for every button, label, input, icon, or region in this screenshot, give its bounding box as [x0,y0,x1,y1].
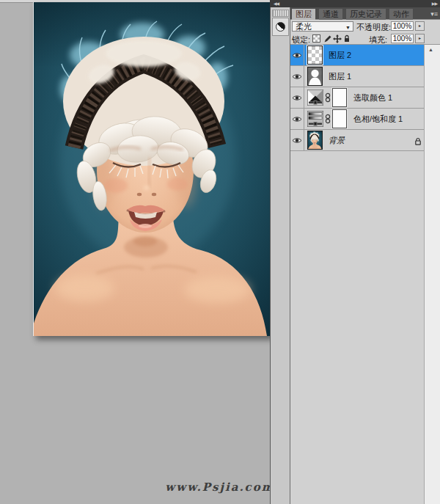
scroll-up-icon[interactable]: ▲ [428,47,433,52]
opacity-value: 100% [393,22,412,30]
layer-mask-thumbnail[interactable] [332,109,347,128]
layer-name[interactable]: 图层 1 [329,71,351,82]
spinner-arrow-icon: ▸ [419,23,421,28]
visibility-toggle[interactable] [290,87,304,108]
dropdown-arrow-icon: ▼ [345,23,351,32]
eye-icon [292,137,302,144]
photo-thumbnail [308,131,322,149]
layers-scrollbar[interactable]: ▲ [424,45,440,504]
mask-link-icon[interactable] [325,114,331,127]
adjustments-half-circle-icon [276,22,285,32]
visibility-toggle[interactable] [290,45,304,65]
eye-icon [292,73,302,80]
bust-silhouette [308,67,322,85]
opacity-field[interactable]: 100% [391,21,414,31]
layer-row-selective-color[interactable]: 选取颜色 1 [290,87,424,109]
fill-label: 填充: [369,34,387,45]
layer-thumbnail-silhouette[interactable] [307,67,323,86]
expand-dock-icon[interactable]: ◀◀ [274,0,279,7]
layers-panel: 图层 通道 历史记录 动作 ▾≡ 柔光 ▼ 不透明度: 100% ▸ 锁定: [290,7,440,504]
layer-row-layer2[interactable]: 图层 2 [290,45,424,66]
visibility-toggle[interactable] [290,130,304,150]
move-cross-icon [333,34,342,43]
layer-name[interactable]: 图层 2 [329,50,351,61]
document-canvas-area[interactable]: www.Psjia.com [0,0,270,504]
layer-name[interactable]: 背景 [329,135,345,146]
dock-gripper[interactable] [272,10,289,17]
tab-layers[interactable]: 图层 [292,9,315,20]
blend-mode-select[interactable]: 柔光 ▼ [292,21,353,32]
adjustments-panel-button[interactable] [272,18,289,36]
eye-icon [292,116,302,123]
layer-controls: 柔光 ▼ 不透明度: 100% ▸ 锁定: 填充: 100% ▸ [290,20,440,45]
panel-tab-bar: 图层 通道 历史记录 动作 ▾≡ [290,7,440,20]
layer-row-hue-saturation[interactable]: 色相/饱和度 1 [290,109,424,130]
eye-icon [292,95,302,101]
layer-thumbnail-transparent[interactable] [307,45,323,65]
tab-channels[interactable]: 通道 [319,9,342,20]
lock-label: 锁定: [292,34,310,45]
adjustment-icon-selective-color[interactable] [307,90,323,106]
lock-pixels-button[interactable] [323,34,332,43]
tab-history[interactable]: 历史记录 [346,9,386,20]
lock-position-button[interactable] [332,34,342,43]
padlock-icon [343,34,351,43]
layer-name[interactable]: 色相/饱和度 1 [353,114,403,125]
mask-link-icon[interactable] [325,92,331,106]
fill-field[interactable]: 100% [391,34,414,43]
visibility-toggle[interactable] [290,109,304,129]
portrait-image [34,2,271,336]
collapsed-panel-dock [270,7,290,504]
visibility-toggle[interactable] [290,66,304,87]
blend-mode-value: 柔光 [296,22,312,31]
tab-actions[interactable]: 动作 [389,9,413,20]
panel-menu-icon[interactable]: ▾≡ [430,10,438,18]
watermark-text: www.Psjia.com [150,481,290,494]
fill-spinner-button[interactable]: ▸ [415,34,425,43]
photo-document[interactable] [33,2,271,336]
layer-thumbnail-photo[interactable] [307,131,323,150]
fill-value: 100% [393,34,412,43]
brush-icon [323,34,332,43]
layer-row-layer1[interactable]: 图层 1 [290,66,424,87]
spinner-arrow-icon: ▸ [419,36,421,40]
layer-name[interactable]: 选取颜色 1 [353,92,392,103]
lock-all-button[interactable] [342,34,351,43]
opacity-label: 不透明度: [356,22,391,33]
adjustment-icon-hue-saturation[interactable] [307,111,323,127]
background-lock-icon [414,136,422,149]
opacity-spinner-button[interactable]: ▸ [415,21,425,31]
eye-icon [292,52,302,59]
checkerboard-icon [312,34,320,43]
layers-list: 图层 2 图层 1 [290,45,424,151]
layer-row-background[interactable]: 背景 [290,130,424,151]
collapse-dock-icon[interactable]: ▶▶ [432,0,437,7]
layer-mask-thumbnail[interactable] [332,88,347,107]
lock-transparency-button[interactable] [312,34,321,43]
